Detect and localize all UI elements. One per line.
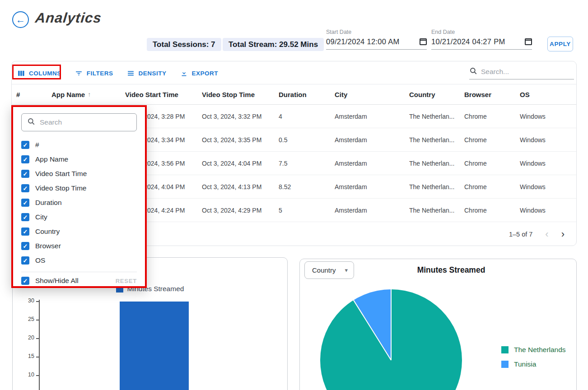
legend-item-tunisia: Tunisia (501, 360, 566, 368)
total-sessions-badge: Total Sessions: 7 (147, 38, 221, 51)
y-tick-30: 30 (17, 297, 34, 304)
columns-menu-search-input[interactable] (40, 118, 131, 126)
filters-button[interactable]: FILTERS (75, 70, 113, 77)
filter-list-icon (75, 70, 83, 77)
export-button[interactable]: EXPORT (180, 70, 219, 77)
column-toggle-country[interactable]: ✓ Country (21, 224, 137, 239)
column-header-country[interactable]: Country (409, 91, 464, 98)
view-columns-icon (17, 70, 25, 77)
table-search[interactable] (469, 64, 574, 79)
y-tick-20: 20 (17, 334, 34, 341)
checkbox-checked-icon[interactable]: ✓ (21, 184, 29, 192)
column-toggle-app-name[interactable]: ✓ App Name (21, 152, 137, 167)
density-button[interactable]: DENSITY (127, 70, 167, 77)
end-date-value[interactable]: 10/21/2024 04:27 PM (431, 37, 505, 46)
back-button[interactable]: ← (12, 11, 29, 28)
column-header-browser[interactable]: Browser (464, 91, 520, 98)
checkbox-checked-icon[interactable]: ✓ (21, 199, 29, 207)
table-search-input[interactable] (481, 68, 574, 76)
checkbox-checked-icon[interactable]: ✓ (21, 228, 29, 236)
menu-lines-icon (127, 70, 135, 77)
legend-item-netherlands: The Netherlands (501, 346, 566, 354)
start-date-label: Start Date (326, 29, 427, 35)
checkbox-checked-icon[interactable]: ✓ (21, 155, 29, 163)
column-header-os[interactable]: OS (520, 91, 576, 98)
y-tick-15: 15 (17, 353, 34, 359)
table-toolbar: COLUMNS FILTERS DENSITY EXPORT (17, 65, 218, 81)
checkbox-checked-icon[interactable]: ✓ (21, 170, 29, 178)
column-header-video-start[interactable]: Video Start Time (125, 91, 202, 98)
total-stream-badge: Total Stream: 29.52 Mins (223, 38, 324, 51)
apply-button[interactable]: APPLY (547, 37, 573, 51)
column-toggle-city[interactable]: ✓ City (21, 210, 137, 224)
y-axis (39, 300, 40, 390)
magnifier-icon (27, 117, 35, 127)
chevron-left-icon[interactable]: ‹ (545, 229, 548, 239)
table-header-row: # App Name↑ Video Start Time Video Stop … (12, 84, 576, 105)
start-date-value[interactable]: 09/21/2024 12:00 AM (326, 37, 400, 46)
column-header-video-stop[interactable]: Video Stop Time (202, 91, 279, 98)
start-date-field[interactable]: Start Date 09/21/2024 12:00 AM (326, 29, 427, 50)
pie-chart-card: Country ▾ Minutes Streamed The Netherlan… (299, 259, 577, 390)
bar-minutes-streamed (120, 302, 189, 390)
pie-legend: The Netherlands Tunisia (501, 346, 566, 368)
column-toggle-duration[interactable]: ✓ Duration (21, 195, 137, 210)
end-date-label: End Date (431, 29, 532, 35)
column-toggle-browser[interactable]: ✓ Browser (21, 239, 137, 253)
checkbox-checked-icon[interactable]: ✓ (21, 242, 29, 250)
reset-button[interactable]: RESET (116, 278, 137, 284)
column-toggle-video-start[interactable]: ✓ Video Start Time (21, 167, 137, 181)
end-date-field[interactable]: End Date 10/21/2024 04:27 PM (431, 29, 532, 50)
arrow-left-icon: ← (16, 14, 25, 25)
column-header-duration[interactable]: Duration (279, 91, 335, 98)
columns-button[interactable]: COLUMNS (17, 70, 61, 77)
column-toggle-index[interactable]: ✓ # (21, 138, 137, 152)
checkbox-checked-icon[interactable]: ✓ (21, 277, 29, 285)
checkbox-checked-icon[interactable]: ✓ (21, 141, 29, 149)
columns-menu-search[interactable] (21, 113, 137, 131)
legend-swatch-blue (501, 361, 509, 368)
column-header-index[interactable]: # (16, 91, 51, 98)
show-hide-all-toggle[interactable]: ✓ Show/Hide All (21, 277, 79, 285)
pie-chart-title: Minutes Streamed (300, 265, 576, 275)
y-tick-10: 10 (17, 371, 34, 378)
calendar-icon[interactable] (525, 38, 532, 45)
download-icon (180, 70, 188, 77)
columns-menu-items: ✓ # ✓ App Name ✓ Video Start Time ✓ Vide… (21, 138, 137, 268)
checkbox-checked-icon[interactable]: ✓ (21, 256, 29, 265)
magnifier-icon (469, 67, 477, 77)
checkbox-checked-icon[interactable]: ✓ (21, 213, 29, 221)
arrow-up-icon: ↑ (88, 91, 91, 98)
columns-menu-footer: ✓ Show/Hide All RESET (21, 272, 137, 285)
y-tick-25: 25 (17, 316, 34, 322)
page-title: Analytics (34, 10, 103, 26)
column-toggle-os[interactable]: ✓ OS (21, 253, 137, 268)
column-toggle-video-stop[interactable]: ✓ Video Stop Time (21, 181, 137, 195)
chevron-right-icon[interactable]: › (561, 229, 565, 239)
column-header-app-name[interactable]: App Name↑ (51, 91, 125, 98)
pagination-range: 1–5 of 7 (509, 231, 532, 238)
columns-menu-panel: ✓ # ✓ App Name ✓ Video Start Time ✓ Vide… (11, 105, 147, 288)
column-header-city[interactable]: City (335, 91, 409, 98)
calendar-icon[interactable] (420, 38, 427, 45)
legend-swatch-teal (501, 346, 509, 353)
